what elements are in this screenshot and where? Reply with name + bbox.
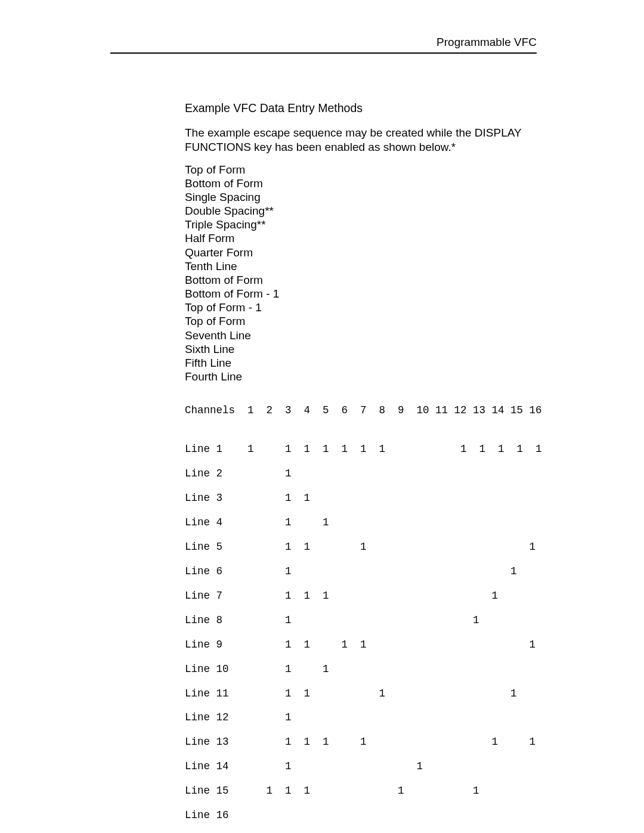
table-row: Line 5 1 1 1 1 xyxy=(185,541,537,553)
table-row: Line 7 1 1 1 1 xyxy=(185,590,537,602)
list-item: Top of Form xyxy=(185,314,537,328)
table-row: Line 3 1 1 xyxy=(185,492,537,504)
channel-definitions-list: Top of Form Bottom of Form Single Spacin… xyxy=(185,163,537,384)
list-item: Tenth Line xyxy=(185,259,537,273)
table-row: Line 6 1 1 xyxy=(185,565,537,577)
content-column: Example VFC Data Entry Methods The examp… xyxy=(110,101,537,833)
table-row: Line 12 1 xyxy=(185,711,537,723)
table-row: Line 15 1 1 1 1 1 xyxy=(185,785,537,797)
running-head: Programmable VFC xyxy=(110,36,537,54)
table-row: Line 14 1 1 xyxy=(185,760,537,772)
vfc-table: Channels 1 2 3 4 5 6 7 8 9 10 11 12 13 1… xyxy=(185,392,537,833)
table-row: Line 4 1 1 xyxy=(185,516,537,528)
table-row: Line 9 1 1 1 1 1 xyxy=(185,639,537,651)
table-row: Line 11 1 1 1 1 xyxy=(185,688,537,699)
table-row: Line 10 1 1 xyxy=(185,663,537,675)
list-item: Bottom of Form xyxy=(185,176,537,190)
table-row: Line 2 1 xyxy=(185,467,537,479)
table-row: Line 8 1 1 xyxy=(185,614,537,626)
table-header-row: Channels 1 2 3 4 5 6 7 8 9 10 11 12 13 1… xyxy=(185,404,537,416)
list-item: Fifth Line xyxy=(185,356,537,370)
table-row: Line 16 xyxy=(185,809,537,821)
list-item: Single Spacing xyxy=(185,190,537,204)
list-item: Top of Form xyxy=(185,163,537,176)
list-item: Fourth Line xyxy=(185,370,537,383)
table-row: Line 13 1 1 1 1 1 1 xyxy=(185,736,537,748)
list-item: Quarter Form xyxy=(185,246,537,259)
list-item: Sixth Line xyxy=(185,342,537,356)
list-item: Half Form xyxy=(185,231,537,245)
intro-paragraph: The example escape sequence may be creat… xyxy=(185,126,537,154)
list-item: Top of Form - 1 xyxy=(185,301,537,314)
list-item: Double Spacing** xyxy=(185,204,537,218)
list-item: Seventh Line xyxy=(185,329,537,342)
list-item: Triple Spacing** xyxy=(185,218,537,231)
table-row: Line 1 1 1 1 1 1 1 1 1 1 1 1 1 xyxy=(185,443,537,455)
section-title: Example VFC Data Entry Methods xyxy=(185,101,537,115)
list-item: Bottom of Form xyxy=(185,273,537,287)
list-item: Bottom of Form - 1 xyxy=(185,287,537,301)
